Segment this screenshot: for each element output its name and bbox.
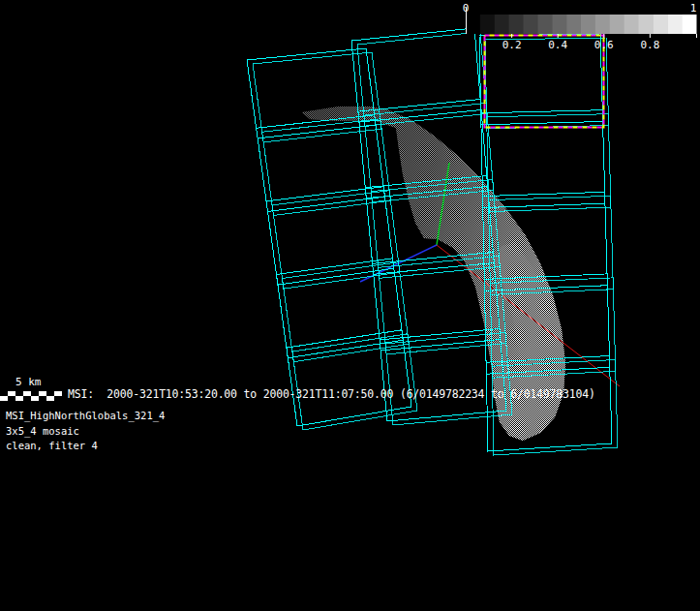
mosaic-footprint-echo [487,114,611,212]
colorbar-tick-label: 0.4 [548,39,567,51]
scale-bar-cell [31,396,39,401]
colorbar-step [639,15,654,34]
colorbar-step [552,15,566,34]
colorbar-step [581,15,595,34]
scale-bar-label: 5 km [15,377,42,388]
mosaic-footprint-echo [262,119,391,216]
colorbar-step [682,15,696,34]
scale-bar-cell [23,396,31,401]
colorbar-step [595,15,610,34]
colorbar-tick-label: 0.2 [502,39,522,51]
scale-bar-cell [15,396,23,401]
mosaic-layout: 3x5_4 mosaic [6,426,79,438]
colorbar-step [509,15,524,34]
colorbar-step [624,15,639,34]
colorbar-step [524,15,538,34]
colorbar-step [480,15,495,34]
filter-note: clean, filter 4 [6,441,98,452]
status-line: MSI: 2000-321T10:53:20.00 to 2000-321T11… [68,388,595,401]
scale-bar-cell [54,396,62,401]
colorbar: 010.20.40.60.8 [463,2,697,51]
mosaic-footprint-echo [485,38,609,129]
colorbar-step [466,15,480,34]
scale-bar-cell [39,396,46,401]
colorbar-step [610,15,624,34]
scale-bar-cell [8,396,15,401]
mosaic-footprint [287,330,411,426]
colorbar-step [537,15,552,34]
colorbar-step [495,15,509,34]
colorbar-tick-label: 0.8 [640,39,659,51]
mosaic-footprint [479,34,603,125]
colorbar-max-label: 1 [690,2,697,15]
mosaic-footprint [481,110,605,208]
colorbar-tick-label: 0.6 [594,39,614,51]
scene-viewport[interactable]: 010.20.40.60.8 [0,0,700,611]
scale-bar-cell [46,396,54,401]
scale-bar-cell [0,396,8,401]
colorbar-step [566,15,581,34]
colorbar-step [667,15,682,34]
mosaic-footprint-echo [292,334,417,430]
colorbar-step [653,15,667,34]
sequence-name: MSI_HighNorthGlobals_321_4 [6,411,165,422]
scale-bar [0,391,62,401]
